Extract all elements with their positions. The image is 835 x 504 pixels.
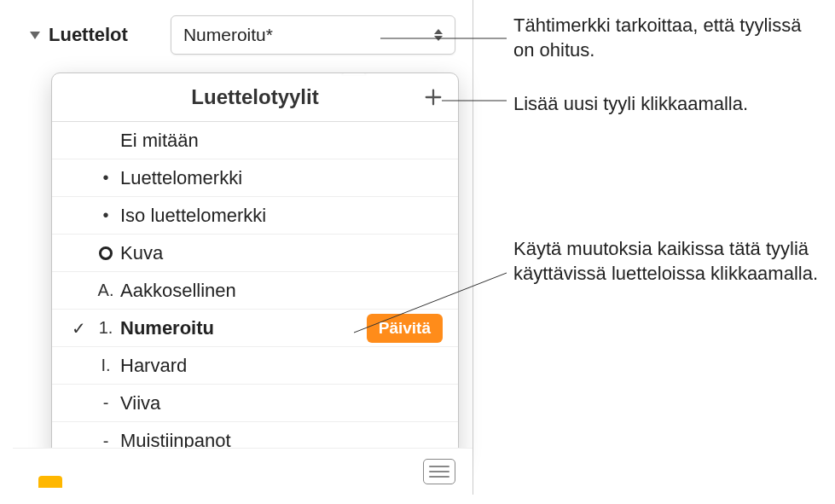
- style-item-label: Viiva: [119, 392, 446, 414]
- callout-add: Lisää uusi tyyli klikkaamalla.: [513, 92, 748, 117]
- style-item[interactable]: -Viiva: [52, 385, 458, 422]
- bullet-prefix-icon: I.: [93, 356, 119, 375]
- style-item-label: Aakkosellinen: [119, 280, 446, 302]
- style-item[interactable]: Kuva: [52, 235, 458, 272]
- bullet-prefix-icon: •: [93, 168, 119, 188]
- style-item[interactable]: ✓1.NumeroituPäivitä: [52, 310, 458, 347]
- popover-header: Luettelotyylit: [52, 73, 458, 122]
- style-item-label: Numeroitu: [119, 317, 367, 339]
- style-item[interactable]: A.Aakkosellinen: [52, 272, 458, 310]
- style-list: Ei mitään•Luettelomerkki•Iso luettelomer…: [52, 122, 458, 460]
- updown-chevron-icon: [434, 29, 443, 41]
- bottom-toolbar: [13, 448, 473, 495]
- popover-title: Luettelotyylit: [191, 85, 318, 109]
- style-item-label: Harvard: [119, 355, 446, 377]
- bullet-prefix-icon: -: [93, 393, 119, 413]
- bullet-prefix-icon: •: [93, 206, 119, 225]
- style-item[interactable]: •Luettelomerkki: [52, 159, 458, 197]
- plus-icon: [424, 88, 443, 107]
- inspector-panel: Luettelot Numeroitu* Luettelotyylit Ei m…: [13, 0, 473, 495]
- style-item-label: Luettelomerkki: [119, 167, 446, 189]
- select-value: Numeroitu*: [183, 25, 273, 45]
- section-title: Luettelot: [49, 24, 128, 46]
- list-style-select[interactable]: Numeroitu*: [171, 15, 455, 55]
- style-item[interactable]: Ei mitään: [52, 122, 458, 159]
- bullet-prefix-icon: 1.: [93, 318, 119, 338]
- bullet-prefix-icon: A.: [93, 281, 119, 300]
- format-icon[interactable]: [423, 459, 455, 484]
- section-header: Luettelot Numeroitu*: [13, 0, 473, 63]
- callout-update: Käytä muutoksia kaikissa tätä tyyliä käy…: [513, 237, 821, 286]
- style-item-label: Iso luettelomerkki: [119, 205, 446, 227]
- list-styles-popover: Luettelotyylit Ei mitään•Luettelomerkki•…: [51, 72, 459, 461]
- style-item[interactable]: I.Harvard: [52, 347, 458, 385]
- callout-asterisk: Tähtimerkki tarkoittaa, että tyylissä on…: [513, 14, 821, 62]
- add-style-button[interactable]: [424, 88, 443, 107]
- disclosure-triangle-icon[interactable]: [30, 32, 40, 39]
- checkmark-icon: ✓: [64, 318, 93, 339]
- style-item-label: Kuva: [119, 242, 446, 264]
- style-item-label: Ei mitään: [119, 130, 446, 152]
- update-style-button[interactable]: Päivitä: [367, 314, 443, 343]
- style-item[interactable]: •Iso luettelomerkki: [52, 197, 458, 235]
- color-tab-icon: [38, 476, 62, 488]
- bullet-prefix-icon: [93, 246, 119, 260]
